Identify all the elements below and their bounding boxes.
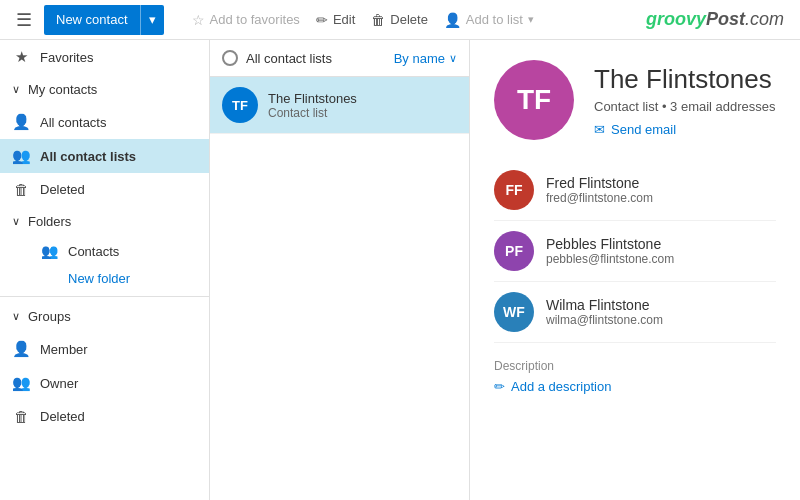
- description-label: Description: [494, 359, 776, 373]
- contact-members: FF Fred Flintstone fred@flintstone.com P…: [494, 160, 776, 343]
- new-contact-main[interactable]: New contact: [44, 5, 141, 35]
- avatar-tf: TF: [222, 87, 258, 123]
- delete-action[interactable]: 🗑 Delete: [371, 12, 428, 28]
- sidebar-item-member[interactable]: 👤 Member: [0, 332, 209, 366]
- menu-icon: ☰: [16, 9, 32, 31]
- chevron-down-icon-3: ∨: [12, 310, 20, 323]
- detail-info: The Flintstones Contact list • 3 email a…: [594, 64, 776, 137]
- sidebar-item-all-contact-lists[interactable]: 👥 All contact lists: [0, 139, 209, 173]
- new-folder-link[interactable]: New folder: [28, 265, 209, 292]
- contact-list-items: TF The Flintstones Contact list: [210, 77, 469, 500]
- sidebar-item-all-contacts[interactable]: 👤 All contacts: [0, 105, 209, 139]
- hamburger-button[interactable]: ☰: [8, 4, 40, 36]
- trash-icon: 🗑: [371, 12, 385, 28]
- sidebar-item-owner[interactable]: 👥 Owner: [0, 366, 209, 400]
- detail-name: The Flintstones: [594, 64, 776, 95]
- avatar-large: TF: [494, 60, 574, 140]
- member-info-wilma: Wilma Flintstone wilma@flintstone.com: [546, 297, 663, 327]
- sidebar-sub-folders: 👥 Contacts New folder: [0, 237, 209, 292]
- add-description-button[interactable]: ✏ Add a description: [494, 379, 776, 394]
- sidebar-section-folders[interactable]: ∨ Folders: [0, 206, 209, 237]
- member-info-fred: Fred Flintstone fred@flintstone.com: [546, 175, 653, 205]
- member-info-pebbles: Pebbles Flintstone pebbles@flintstone.co…: [546, 236, 674, 266]
- send-email-button[interactable]: ✉ Send email: [594, 122, 776, 137]
- logo-com: com: [750, 9, 784, 29]
- avatar-pf: PF: [494, 231, 534, 271]
- contact-list-panel: All contact lists By name ∨ TF The Flint…: [210, 40, 470, 500]
- member-item-pebbles[interactable]: PF Pebbles Flintstone pebbles@flintstone…: [494, 221, 776, 282]
- new-contact-button[interactable]: New contact ▾: [44, 5, 164, 35]
- toolbar: ☰ New contact ▾ ☆ Add to favorites ✏ Edi…: [0, 0, 800, 40]
- member-icon: 👤: [12, 340, 30, 358]
- chevron-down-icon-2: ∨: [12, 215, 20, 228]
- edit-action[interactable]: ✏ Edit: [316, 12, 355, 28]
- add-to-list-arrow-icon: ▾: [528, 13, 534, 26]
- star-icon: ☆: [192, 12, 205, 28]
- sidebar-section-my-contacts[interactable]: ∨ My contacts: [0, 74, 209, 105]
- radio-circle: [222, 50, 238, 66]
- contact-list-item[interactable]: TF The Flintstones Contact list: [210, 77, 469, 134]
- sidebar-item-favorites[interactable]: ★ Favorites: [0, 40, 209, 74]
- edit-icon: ✏: [316, 12, 328, 28]
- add-to-list-action[interactable]: 👤 Add to list ▾: [444, 12, 534, 28]
- detail-header: TF The Flintstones Contact list • 3 emai…: [494, 60, 776, 140]
- people-icon: 👥: [12, 147, 30, 165]
- pencil-icon: ✏: [494, 379, 505, 394]
- avatar-wf: WF: [494, 292, 534, 332]
- add-favorites-action[interactable]: ☆ Add to favorites: [192, 12, 300, 28]
- member-item-wilma[interactable]: WF Wilma Flintstone wilma@flintstone.com: [494, 282, 776, 343]
- delete-icon: 🗑: [12, 181, 30, 198]
- sidebar: ★ Favorites ∨ My contacts 👤 All contacts…: [0, 40, 210, 500]
- person-icon: 👤: [12, 113, 30, 131]
- contact-info: The Flintstones Contact list: [268, 91, 357, 120]
- main-content: ★ Favorites ∨ My contacts 👤 All contacts…: [0, 40, 800, 500]
- all-contact-lists-label: All contact lists: [222, 50, 332, 66]
- logo-groovy: groovy: [646, 9, 706, 29]
- contact-list-header: All contact lists By name ∨: [210, 40, 469, 77]
- star-filled-icon: ★: [12, 48, 30, 66]
- chevron-down-icon: ∨: [12, 83, 20, 96]
- detail-meta: Contact list • 3 email addresses: [594, 99, 776, 114]
- sort-button[interactable]: By name ∨: [394, 51, 457, 66]
- chevron-down-sort-icon: ∨: [449, 52, 457, 65]
- delete-icon-2: 🗑: [12, 408, 30, 425]
- sidebar-item-groups-deleted[interactable]: 🗑 Deleted: [0, 400, 209, 433]
- sidebar-section-groups[interactable]: ∨ Groups: [0, 301, 209, 332]
- sidebar-divider: [0, 296, 209, 297]
- new-contact-dropdown-arrow[interactable]: ▾: [141, 5, 164, 35]
- member-item-fred[interactable]: FF Fred Flintstone fred@flintstone.com: [494, 160, 776, 221]
- owner-icon: 👥: [12, 374, 30, 392]
- sidebar-sub-contacts[interactable]: 👥 Contacts: [28, 237, 209, 265]
- person-add-icon: 👤: [444, 12, 461, 28]
- detail-panel: TF The Flintstones Contact list • 3 emai…: [470, 40, 800, 500]
- avatar-ff: FF: [494, 170, 534, 210]
- logo: groovyPost.com: [646, 9, 792, 30]
- folder-people-icon: 👥: [40, 243, 58, 259]
- sidebar-item-deleted[interactable]: 🗑 Deleted: [0, 173, 209, 206]
- logo-post: Post: [706, 9, 745, 29]
- toolbar-actions: ☆ Add to favorites ✏ Edit 🗑 Delete 👤 Add…: [192, 12, 534, 28]
- envelope-icon: ✉: [594, 122, 605, 137]
- description-section: Description ✏ Add a description: [494, 359, 776, 394]
